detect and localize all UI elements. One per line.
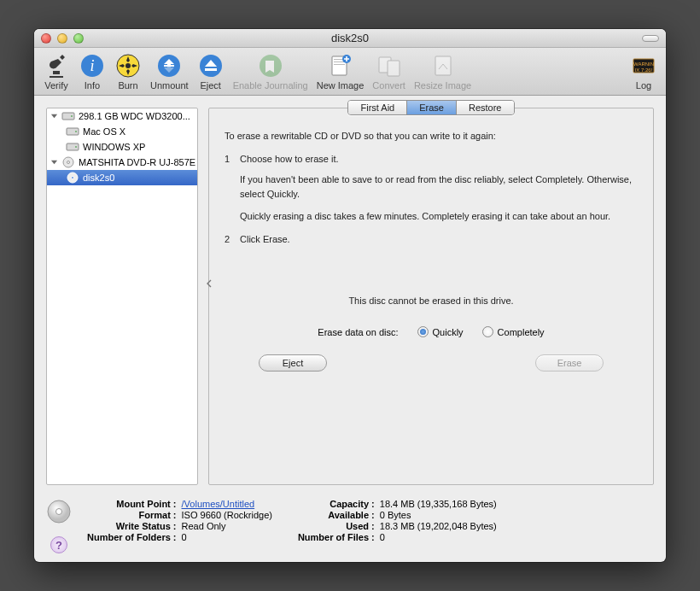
svg-point-26: [75, 131, 77, 132]
toolbar-burn[interactable]: Burn: [111, 52, 145, 92]
svg-rect-15: [334, 64, 345, 65]
collapse-handle-icon[interactable]: [206, 279, 213, 288]
journal-icon: [257, 52, 284, 79]
svg-rect-18: [388, 61, 400, 76]
buttons-row: Eject Erase: [225, 354, 638, 372]
toolbar-unmount[interactable]: Unmount: [147, 52, 192, 92]
sidebar-item-label: 298.1 GB WDC WD3200...: [79, 111, 190, 121]
radio-quickly[interactable]: Quickly: [417, 326, 464, 337]
microscope-icon: [43, 52, 70, 79]
info-value: 0: [380, 532, 497, 542]
svg-rect-14: [334, 61, 345, 62]
info-key: Number of Files: [298, 532, 375, 542]
eject-button[interactable]: Eject: [259, 354, 327, 372]
unmount-icon: [155, 52, 183, 79]
step-text: Choose how to erase it.: [240, 152, 339, 167]
toolbar-eject[interactable]: Eject: [194, 52, 228, 92]
sidebar-item-windowsxp[interactable]: WINDOWS XP: [47, 139, 197, 155]
eject-icon: [197, 52, 225, 79]
svg-rect-0: [53, 71, 60, 74]
toolbar-label: Unmount: [150, 80, 189, 91]
toolbar-label: Eject: [200, 80, 220, 91]
tab-erase[interactable]: Erase: [407, 101, 457, 114]
toolbar-label: Burn: [118, 80, 137, 91]
help-button[interactable]: ?: [50, 536, 67, 553]
toolbar-label: Info: [85, 80, 100, 91]
info-key: Used: [298, 521, 375, 531]
info-value: 0: [182, 532, 272, 542]
info-col-left: Mount Point /Volumes/Untitled Format ISO…: [87, 499, 272, 542]
erase-button: Erase: [535, 354, 604, 372]
svg-rect-8: [164, 65, 174, 67]
tab-first-aid[interactable]: First Aid: [348, 101, 407, 114]
info-panel: ? Mount Point /Volumes/Untitled Format I…: [34, 490, 666, 562]
hdd-icon: [66, 126, 79, 138]
info-key: Write Status: [87, 521, 177, 531]
sub-text: If you haven't been able to save to or r…: [240, 173, 638, 201]
step-number: 1: [225, 152, 233, 167]
intro-text: To erase a rewritable CD or DVD so that …: [225, 129, 638, 143]
sidebar-item-macosx[interactable]: Mac OS X: [47, 124, 197, 139]
radio-label: Completely: [498, 327, 545, 337]
toolbar-resize-image: Resize Image: [411, 52, 475, 92]
svg-point-30: [67, 161, 70, 164]
resize-image-icon: [429, 52, 457, 79]
sidebar-item-optical-root[interactable]: MATSHITA DVD-R UJ-857E: [47, 155, 197, 170]
toolbar-log[interactable]: WARNINIX 7:26! Log: [627, 52, 661, 92]
disclosure-triangle-icon[interactable]: [50, 159, 58, 167]
log-icon: WARNINIX 7:26!: [630, 52, 657, 79]
radio-dot-icon: [482, 326, 493, 337]
toolbar-label: Verify: [44, 80, 68, 91]
info-icon: i: [79, 52, 106, 79]
radio-completely[interactable]: Completely: [482, 326, 545, 337]
toolbar-new-image[interactable]: New Image: [313, 52, 368, 92]
toolbar-label: New Image: [317, 80, 365, 91]
disk-utility-window: disk2s0 Verify i Info Burn Unmount: [34, 29, 666, 562]
info-key: Number of Folders: [87, 532, 177, 542]
convert-icon: [376, 52, 403, 79]
sub-text: Quickly erasing a disc takes a few minut…: [240, 209, 638, 224]
erase-options: Erase data on disc: Quickly Completely: [225, 326, 638, 337]
info-value: Read Only: [182, 521, 272, 531]
burn-icon: [114, 52, 142, 79]
toolbar-label: Log: [636, 80, 651, 91]
sidebar-item-label: WINDOWS XP: [83, 142, 145, 152]
optical-disc-icon: [66, 172, 79, 184]
svg-text:IX 7:26!: IX 7:26!: [635, 67, 653, 73]
step-text: Click Erase.: [240, 232, 290, 247]
new-image-icon: [327, 52, 354, 79]
tab-bar: First Aid Erase Restore: [209, 100, 653, 115]
info-value-mount-point: /Volumes/Untitled: [182, 499, 272, 509]
disclosure-triangle-icon[interactable]: [50, 113, 58, 120]
mount-point-link[interactable]: /Volumes/Untitled: [182, 499, 255, 509]
svg-text:i: i: [90, 57, 94, 74]
info-value: 0 Bytes: [380, 510, 497, 520]
toolbar-verify[interactable]: Verify: [39, 52, 73, 92]
sidebar-item-hdd-root[interactable]: 298.1 GB WDC WD3200...: [47, 108, 197, 124]
info-value: 18.3 MB (19,202,048 Bytes): [380, 521, 497, 531]
instructions-text: To erase a rewritable CD or DVD so that …: [225, 129, 638, 253]
svg-point-28: [75, 146, 77, 148]
content-area: 298.1 GB WDC WD3200... Mac OS X WINDOWS …: [34, 96, 666, 490]
toolbar-label: Convert: [372, 80, 405, 91]
sidebar-item-label: disk2s0: [83, 173, 114, 183]
toolbar: Verify i Info Burn Unmount Eject: [34, 48, 666, 96]
toolbar-toggle-pill[interactable]: [642, 35, 659, 42]
info-key: Available: [298, 510, 375, 520]
optical-disc-icon: [61, 156, 75, 168]
svg-point-24: [71, 115, 73, 117]
disk-sidebar[interactable]: 298.1 GB WDC WD3200... Mac OS X WINDOWS …: [46, 108, 198, 485]
info-key: Mount Point: [87, 499, 177, 509]
info-key: Capacity: [298, 499, 375, 509]
toolbar-label: Enable Journaling: [233, 80, 308, 91]
disk-info-icon: [46, 499, 72, 524]
svg-point-34: [56, 509, 62, 515]
info-value: 18.4 MB (19,335,168 Bytes): [380, 499, 497, 509]
tab-restore[interactable]: Restore: [457, 101, 514, 114]
main-panel: First Aid Erase Restore To erase a rewri…: [208, 108, 654, 485]
toolbar-info[interactable]: i Info: [75, 52, 109, 92]
svg-rect-10: [205, 68, 217, 71]
radio-label: Quickly: [433, 327, 464, 337]
svg-point-32: [72, 177, 74, 179]
sidebar-item-disk2s0[interactable]: disk2s0: [47, 170, 197, 185]
